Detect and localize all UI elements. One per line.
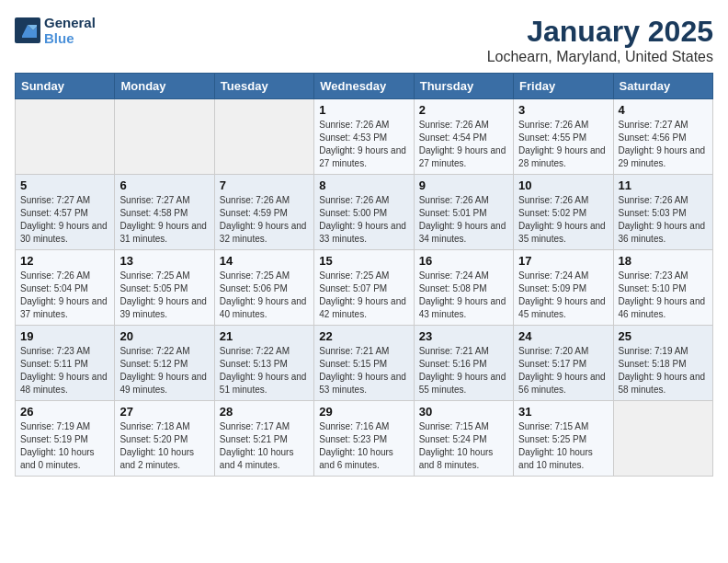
day-number: 9 [419,178,508,192]
day-detail: Sunrise: 7:27 AMSunset: 4:56 PMDaylight:… [619,120,706,168]
calendar-cell: 24Sunrise: 7:20 AMSunset: 5:17 PMDayligh… [514,326,613,401]
day-number: 13 [119,254,209,268]
calendar-table: SundayMondayTuesdayWednesdayThursdayFrid… [15,73,713,477]
day-detail: Sunrise: 7:26 AMSunset: 4:59 PMDaylight:… [220,195,307,244]
calendar-week-row: 1Sunrise: 7:26 AMSunset: 4:53 PMDaylight… [16,99,713,175]
day-number: 24 [518,329,608,343]
calendar-week-row: 5Sunrise: 7:27 AMSunset: 4:57 PMDaylight… [16,175,713,250]
day-number: 16 [419,254,508,268]
calendar-week-row: 26Sunrise: 7:19 AMSunset: 5:19 PMDayligh… [16,401,713,477]
calendar-cell: 7Sunrise: 7:26 AMSunset: 4:59 PMDaylight… [214,175,313,250]
title-block: January 2025 Lochearn, Maryland, United … [487,15,713,65]
day-detail: Sunrise: 7:26 AMSunset: 4:53 PMDaylight:… [319,120,406,168]
calendar-cell: 6Sunrise: 7:27 AMSunset: 4:58 PMDaylight… [115,175,214,250]
logo-text: General Blue [44,15,96,46]
day-detail: Sunrise: 7:22 AMSunset: 5:13 PMDaylight:… [220,346,307,395]
calendar-header-row: SundayMondayTuesdayWednesdayThursdayFrid… [16,74,713,99]
calendar-cell: 17Sunrise: 7:24 AMSunset: 5:09 PMDayligh… [514,250,613,326]
day-number: 4 [619,103,708,117]
day-number: 25 [619,329,708,343]
day-number: 17 [518,254,608,268]
day-number: 1 [319,103,408,117]
day-number: 21 [220,329,309,343]
day-detail: Sunrise: 7:26 AMSunset: 4:54 PMDaylight:… [419,120,506,168]
calendar-cell: 30Sunrise: 7:15 AMSunset: 5:24 PMDayligh… [414,401,513,477]
day-detail: Sunrise: 7:17 AMSunset: 5:21 PMDaylight:… [220,421,294,470]
calendar-cell [613,401,712,477]
calendar-cell: 16Sunrise: 7:24 AMSunset: 5:08 PMDayligh… [414,250,513,326]
day-detail: Sunrise: 7:26 AMSunset: 5:03 PMDaylight:… [619,195,706,244]
calendar-cell [16,99,115,175]
day-number: 28 [220,405,309,419]
calendar-week-row: 12Sunrise: 7:26 AMSunset: 5:04 PMDayligh… [16,250,713,326]
calendar-cell: 9Sunrise: 7:26 AMSunset: 5:01 PMDaylight… [414,175,513,250]
calendar-cell: 27Sunrise: 7:18 AMSunset: 5:20 PMDayligh… [115,401,214,477]
day-number: 30 [419,405,508,419]
header-monday: Monday [115,74,214,99]
calendar-cell: 22Sunrise: 7:21 AMSunset: 5:15 PMDayligh… [314,326,414,401]
calendar-cell: 8Sunrise: 7:26 AMSunset: 5:00 PMDaylight… [314,175,414,250]
header-friday: Friday [514,74,613,99]
calendar-cell [214,99,313,175]
calendar-cell: 1Sunrise: 7:26 AMSunset: 4:53 PMDaylight… [314,99,414,175]
day-detail: Sunrise: 7:19 AMSunset: 5:18 PMDaylight:… [619,346,706,395]
day-detail: Sunrise: 7:27 AMSunset: 4:58 PMDaylight:… [119,195,207,244]
day-number: 6 [119,178,209,192]
calendar-cell: 23Sunrise: 7:21 AMSunset: 5:16 PMDayligh… [414,326,513,401]
day-detail: Sunrise: 7:16 AMSunset: 5:23 PMDaylight:… [319,421,393,470]
day-detail: Sunrise: 7:23 AMSunset: 5:11 PMDaylight:… [20,346,108,395]
calendar-cell: 19Sunrise: 7:23 AMSunset: 5:11 PMDayligh… [16,326,115,401]
day-detail: Sunrise: 7:25 AMSunset: 5:06 PMDaylight:… [220,270,307,319]
day-detail: Sunrise: 7:27 AMSunset: 4:57 PMDaylight:… [20,195,108,244]
day-detail: Sunrise: 7:15 AMSunset: 5:25 PMDaylight:… [518,421,593,470]
day-detail: Sunrise: 7:25 AMSunset: 5:07 PMDaylight:… [319,270,406,319]
day-number: 18 [619,254,708,268]
calendar-cell: 2Sunrise: 7:26 AMSunset: 4:54 PMDaylight… [414,99,513,175]
day-detail: Sunrise: 7:19 AMSunset: 5:19 PMDaylight:… [20,421,95,470]
location-subtitle: Lochearn, Maryland, United States [487,49,713,65]
day-detail: Sunrise: 7:20 AMSunset: 5:17 PMDaylight:… [518,346,606,395]
calendar-cell: 29Sunrise: 7:16 AMSunset: 5:23 PMDayligh… [314,401,414,477]
day-detail: Sunrise: 7:23 AMSunset: 5:10 PMDaylight:… [619,270,706,319]
day-detail: Sunrise: 7:22 AMSunset: 5:12 PMDaylight:… [119,346,207,395]
day-detail: Sunrise: 7:26 AMSunset: 4:55 PMDaylight:… [518,120,606,168]
calendar-cell: 13Sunrise: 7:25 AMSunset: 5:05 PMDayligh… [115,250,214,326]
calendar-cell: 26Sunrise: 7:19 AMSunset: 5:19 PMDayligh… [16,401,115,477]
day-number: 27 [119,405,209,419]
day-number: 31 [518,405,608,419]
day-number: 7 [220,178,309,192]
calendar-cell: 28Sunrise: 7:17 AMSunset: 5:21 PMDayligh… [214,401,313,477]
calendar-cell [115,99,214,175]
calendar-cell: 21Sunrise: 7:22 AMSunset: 5:13 PMDayligh… [214,326,313,401]
day-detail: Sunrise: 7:26 AMSunset: 5:02 PMDaylight:… [518,195,606,244]
day-number: 3 [518,103,608,117]
calendar-cell: 18Sunrise: 7:23 AMSunset: 5:10 PMDayligh… [613,250,712,326]
calendar-cell: 14Sunrise: 7:25 AMSunset: 5:06 PMDayligh… [214,250,313,326]
header-sunday: Sunday [16,74,115,99]
day-detail: Sunrise: 7:26 AMSunset: 5:00 PMDaylight:… [319,195,406,244]
page-header: General Blue January 2025 Lochearn, Mary… [15,15,713,65]
month-title: January 2025 [487,15,713,49]
calendar-week-row: 19Sunrise: 7:23 AMSunset: 5:11 PMDayligh… [16,326,713,401]
day-detail: Sunrise: 7:24 AMSunset: 5:09 PMDaylight:… [518,270,606,319]
day-detail: Sunrise: 7:26 AMSunset: 5:04 PMDaylight:… [20,270,108,319]
day-number: 15 [319,254,408,268]
calendar-cell: 4Sunrise: 7:27 AMSunset: 4:56 PMDaylight… [613,99,712,175]
calendar-cell: 5Sunrise: 7:27 AMSunset: 4:57 PMDaylight… [16,175,115,250]
calendar-cell: 31Sunrise: 7:15 AMSunset: 5:25 PMDayligh… [514,401,613,477]
day-number: 5 [20,178,109,192]
calendar-cell: 12Sunrise: 7:26 AMSunset: 5:04 PMDayligh… [16,250,115,326]
day-number: 12 [20,254,109,268]
day-detail: Sunrise: 7:26 AMSunset: 5:01 PMDaylight:… [419,195,506,244]
day-detail: Sunrise: 7:24 AMSunset: 5:08 PMDaylight:… [419,270,506,319]
header-saturday: Saturday [613,74,712,99]
day-detail: Sunrise: 7:21 AMSunset: 5:16 PMDaylight:… [419,346,506,395]
day-number: 22 [319,329,408,343]
day-detail: Sunrise: 7:18 AMSunset: 5:20 PMDaylight:… [119,421,194,470]
day-number: 29 [319,405,408,419]
day-number: 2 [419,103,508,117]
logo-icon [15,17,40,43]
calendar-cell: 20Sunrise: 7:22 AMSunset: 5:12 PMDayligh… [115,326,214,401]
day-number: 26 [20,405,109,419]
day-number: 11 [619,178,708,192]
